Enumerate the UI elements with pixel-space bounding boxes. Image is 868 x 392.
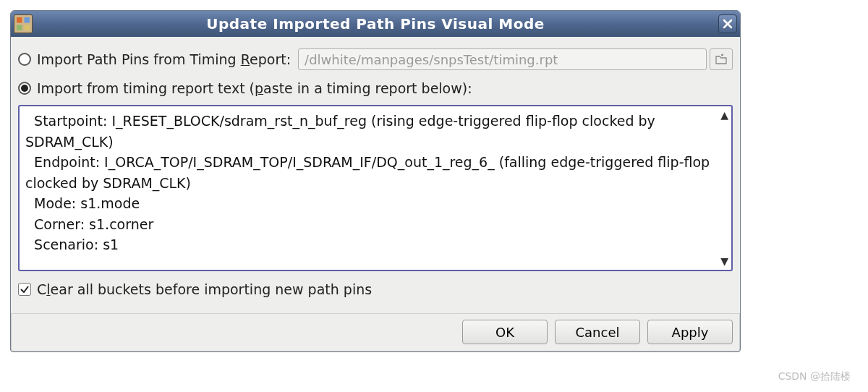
checkmark-icon <box>20 284 30 294</box>
cancel-button[interactable]: Cancel <box>555 320 640 344</box>
watermark: CSDN @拾陆楼 <box>778 370 851 383</box>
close-button[interactable] <box>718 14 737 33</box>
app-icon <box>14 14 33 33</box>
clear-buckets-row: Clear all buckets before importing new p… <box>18 277 733 302</box>
dialog-window: Update Imported Path Pins Visual Mode Im… <box>10 10 741 352</box>
titlebar: Update Imported Path Pins Visual Mode <box>11 11 740 37</box>
dialog-footer: OK Cancel Apply <box>11 313 740 351</box>
close-icon <box>723 19 733 29</box>
scroll-down-arrow[interactable]: ▼ <box>720 255 728 267</box>
radio-import-from-text[interactable] <box>18 82 31 95</box>
dialog-content: Import Path Pins from Timing Report: Imp… <box>11 37 740 313</box>
ok-button[interactable]: OK <box>462 320 548 344</box>
option-import-from-text-row: Import from timing report text (paste in… <box>18 76 733 101</box>
svg-rect-2 <box>17 25 22 31</box>
svg-rect-0 <box>17 17 22 23</box>
apply-button[interactable]: Apply <box>647 320 733 344</box>
clear-buckets-checkbox[interactable] <box>18 283 31 296</box>
clear-buckets-label: Clear all buckets before importing new p… <box>37 281 372 297</box>
timing-report-path-input[interactable] <box>298 48 707 70</box>
folder-open-icon <box>715 53 728 66</box>
radio-import-from-text-label: Import from timing report text (paste in… <box>37 80 472 96</box>
timing-report-textarea[interactable]: Startpoint: I_RESET_BLOCK/sdram_rst_n_bu… <box>18 105 733 271</box>
svg-rect-1 <box>25 17 30 23</box>
svg-rect-3 <box>25 25 30 31</box>
timing-report-text-content: Startpoint: I_RESET_BLOCK/sdram_rst_n_bu… <box>25 111 715 255</box>
window-title: Update Imported Path Pins Visual Mode <box>37 15 714 33</box>
scroll-up-arrow[interactable]: ▲ <box>720 109 728 121</box>
radio-import-from-file-label: Import Path Pins from Timing Report: <box>37 51 291 67</box>
option-import-from-file-row: Import Path Pins from Timing Report: <box>18 47 733 72</box>
radio-import-from-file[interactable] <box>18 53 31 66</box>
browse-button[interactable] <box>710 48 733 70</box>
